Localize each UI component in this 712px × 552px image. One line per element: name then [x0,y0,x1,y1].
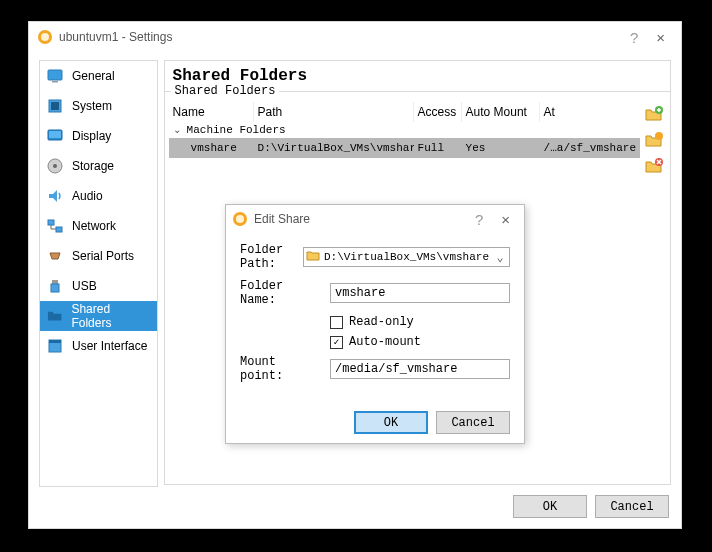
folder-name-label: Folder Name: [240,279,324,307]
svg-point-1 [41,33,49,41]
sidebar-item-usb[interactable]: USB [40,271,157,301]
mount-point-label: Mount point: [240,355,324,383]
system-icon [46,97,64,115]
table-row[interactable]: vmshare D:\VirtualBox_VMs\vmshare Full Y… [169,138,640,158]
svg-rect-15 [49,340,61,343]
cell-access: Full [414,140,462,156]
cell-auto: Yes [462,140,540,156]
automount-checkbox[interactable]: ✓ [330,336,343,349]
edit-folder-button[interactable] [644,130,664,150]
titlebar: ubuntuvm1 - Settings ? × [29,22,681,52]
folder-icon [306,248,320,266]
sidebar-item-label: Storage [72,159,114,173]
sidebar-item-serial[interactable]: Serial Ports [40,241,157,271]
dialog-titlebar: Edit Share ? × [226,205,524,233]
sidebar-item-label: Serial Ports [72,249,134,263]
dialog-ok-button[interactable]: OK [354,411,428,434]
dialog-footer: OK Cancel [226,401,524,444]
dialog-cancel-button[interactable]: Cancel [436,411,510,434]
edit-share-dialog: Edit Share ? × Folder Path: D:\VirtualBo… [225,204,525,444]
svg-rect-13 [51,284,59,292]
sidebar-item-label: User Interface [72,339,147,353]
display-icon [46,127,64,145]
folders-table: Name Path Access Auto Mount At ⌄ Machine… [169,102,640,176]
group-name: Machine Folders [183,124,286,136]
col-access[interactable]: Access [414,102,462,122]
add-folder-button[interactable] [644,104,664,124]
table-header: Name Path Access Auto Mount At [169,102,640,122]
close-button[interactable]: × [648,29,673,46]
sidebar-item-label: General [72,69,115,83]
svg-rect-11 [56,227,62,232]
svg-point-9 [53,164,57,168]
app-icon [232,211,248,227]
svg-rect-7 [49,131,61,138]
sidebar: General System Display Storage Audio Net… [39,60,158,487]
sidebar-item-label: USB [72,279,97,293]
sidebar-item-general[interactable]: General [40,61,157,91]
col-path[interactable]: Path [254,102,414,122]
general-icon [46,67,64,85]
cell-at: /…a/sf_vmshare [540,140,640,156]
svg-point-17 [655,132,663,140]
ui-icon [46,337,64,355]
audio-icon [46,187,64,205]
svg-rect-5 [51,102,59,110]
serial-icon [46,247,64,265]
folder-path-select[interactable]: D:\VirtualBox_VMs\vmshare ⌄ [303,247,510,267]
remove-folder-button[interactable] [644,156,664,176]
sidebar-item-system[interactable]: System [40,91,157,121]
dialog-title: Edit Share [254,212,465,226]
sidebar-item-label: Shared Folders [71,302,150,330]
table-group-row[interactable]: ⌄ Machine Folders [169,122,640,138]
app-icon [37,29,53,45]
readonly-label: Read-only [349,315,414,329]
mount-point-input[interactable] [330,359,510,379]
automount-label: Auto-mount [349,335,421,349]
help-button[interactable]: ? [620,29,648,46]
sidebar-item-label: Audio [72,189,103,203]
dialog-close-button[interactable]: × [493,211,518,228]
cancel-button[interactable]: Cancel [595,495,669,518]
toolbar [644,102,666,176]
folder-name-input[interactable] [330,283,510,303]
cell-name: vmshare [169,140,254,156]
col-auto[interactable]: Auto Mount [462,102,540,122]
sidebar-item-network[interactable]: Network [40,211,157,241]
sidebar-item-shared-folders[interactable]: Shared Folders [40,301,157,331]
svg-rect-2 [48,70,62,80]
folder-icon [46,307,63,325]
dialog-body: Folder Path: D:\VirtualBox_VMs\vmshare ⌄… [226,233,524,401]
folder-path-label: Folder Path: [240,243,297,271]
cell-path: D:\VirtualBox_VMs\vmshare [254,140,414,156]
sidebar-item-display[interactable]: Display [40,121,157,151]
folder-path-value: D:\VirtualBox_VMs\vmshare [324,251,489,263]
col-name[interactable]: Name [169,102,254,122]
sidebar-item-label: Network [72,219,116,233]
network-icon [46,217,64,235]
sidebar-item-storage[interactable]: Storage [40,151,157,181]
sidebar-item-label: System [72,99,112,113]
window-title: ubuntuvm1 - Settings [59,30,620,44]
svg-rect-3 [52,81,58,83]
ok-button[interactable]: OK [513,495,587,518]
window-footer: OK Cancel [29,487,681,526]
dialog-help-button[interactable]: ? [465,211,493,228]
chevron-down-icon: ⌄ [173,124,183,136]
chevron-down-icon: ⌄ [493,250,507,265]
col-at[interactable]: At [540,102,640,122]
usb-icon [46,277,64,295]
sidebar-item-audio[interactable]: Audio [40,181,157,211]
svg-rect-12 [52,280,58,284]
svg-rect-10 [48,220,54,225]
sidebar-item-label: Display [72,129,111,143]
storage-icon [46,157,64,175]
sidebar-item-ui[interactable]: User Interface [40,331,157,361]
readonly-checkbox[interactable] [330,316,343,329]
svg-point-20 [236,215,244,223]
group-label: Shared Folders [171,84,280,98]
